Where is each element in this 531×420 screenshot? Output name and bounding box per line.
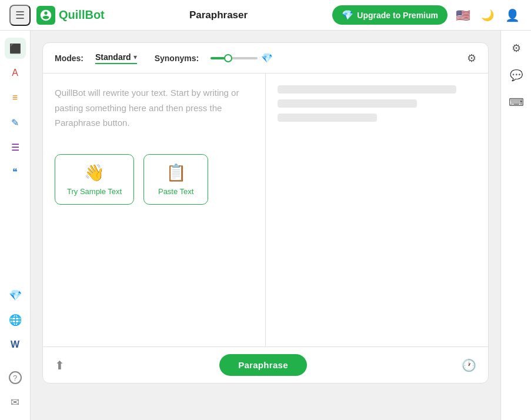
synonyms-label: Synonyms: [155, 54, 199, 63]
logo-text: QuillBot [59, 8, 105, 22]
sidebar-item-premium[interactable]: 💎 [5, 285, 26, 306]
right-sidebar: ⚙ 💬 ⌨ [500, 31, 531, 420]
upload-icon[interactable]: ⬆ [55, 358, 65, 372]
sidebar-item-citations[interactable]: ❝ [5, 161, 26, 182]
sidebar-item-cowriter[interactable]: ✎ [5, 112, 26, 133]
paraphrase-button[interactable]: Paraphrase [219, 354, 307, 376]
page-title: Paraphraser [189, 9, 248, 21]
sample-btn-label: Try Sample Text [67, 187, 122, 196]
settings-button[interactable]: ⚙ [467, 52, 476, 65]
input-placeholder: QuillBot will rewrite your text. Start b… [55, 85, 253, 131]
user-account-button[interactable]: 👤 [503, 6, 522, 25]
synonyms-slider[interactable]: 💎 [211, 52, 273, 64]
main-card: Modes: Standard ▾ Synonyms: 💎 ⚙ [42, 42, 489, 384]
premium-icon: 💎 [9, 289, 22, 302]
upgrade-button[interactable]: 💎 Upgrade to Premium [332, 5, 447, 25]
translator-icon: ☰ [11, 142, 19, 153]
slider-thumb[interactable] [224, 54, 232, 62]
top-navigation: ☰ QuillBot Paraphraser 💎 Upgrade to Prem… [0, 0, 531, 31]
skeleton-line-1 [278, 85, 456, 94]
card-body: QuillBot will rewrite your text. Start b… [43, 74, 488, 346]
mode-value: Standard [95, 52, 131, 62]
settings-icon: ⚙ [512, 42, 521, 55]
premium-slider-icon: 💎 [261, 52, 273, 64]
sidebar-bottom: 💎 🌐 W ? ✉ [5, 285, 26, 413]
input-pane[interactable]: QuillBot will rewrite your text. Start b… [43, 74, 266, 346]
footer-left: ⬆ [55, 358, 65, 372]
clipboard-icon: 📋 [166, 163, 186, 182]
sidebar-item-word[interactable]: W [5, 334, 26, 355]
chat-icon: 💬 [510, 69, 523, 82]
mail-icon: ✉ [11, 396, 19, 409]
logo-area: QuillBot [36, 6, 105, 25]
nav-left: ☰ QuillBot [9, 5, 105, 26]
chrome-icon: 🌐 [9, 314, 22, 326]
wave-hand-icon: 👋 [84, 163, 105, 182]
modes-label: Modes: [55, 54, 84, 63]
sample-buttons: 👋 Try Sample Text 📋 Paste Text [55, 154, 253, 205]
keyboard-icon: ⌨ [509, 96, 524, 109]
sidebar-item-help[interactable]: ? [5, 367, 26, 388]
summarizer-icon: ≡ [12, 92, 18, 103]
paraphraser-icon: ⬛ [9, 43, 21, 54]
main-layout: ⬛ A ≡ ✎ ☰ ❝ 💎 🌐 W [0, 31, 531, 420]
left-sidebar: ⬛ A ≡ ✎ ☰ ❝ 💎 🌐 W [0, 31, 31, 420]
hamburger-button[interactable]: ☰ [9, 5, 31, 26]
sidebar-item-chrome[interactable]: 🌐 [5, 309, 26, 331]
card-footer: ⬆ Paraphrase 🕐 [43, 346, 488, 383]
dark-mode-button[interactable]: 🌙 [478, 6, 497, 25]
output-pane [266, 74, 488, 346]
word-icon: W [11, 339, 19, 350]
paste-btn-label: Paste Text [158, 187, 193, 196]
skeleton-line-2 [278, 99, 417, 108]
right-sidebar-settings[interactable]: ⚙ [506, 38, 527, 59]
skeleton-line-3 [278, 114, 377, 122]
help-icon: ? [9, 371, 22, 384]
cowriter-icon: ✎ [11, 117, 19, 128]
gem-icon: 💎 [342, 9, 353, 21]
sidebar-item-mail[interactable]: ✉ [5, 392, 26, 413]
logo-icon [36, 6, 55, 25]
mode-selector[interactable]: Standard ▾ [95, 52, 137, 64]
slider-track [211, 57, 258, 59]
right-sidebar-chat[interactable]: 💬 [506, 65, 527, 86]
content-area: Modes: Standard ▾ Synonyms: 💎 ⚙ [31, 31, 500, 420]
nav-right: 💎 Upgrade to Premium 🇺🇸 🌙 👤 [332, 5, 522, 25]
try-sample-text-button[interactable]: 👋 Try Sample Text [55, 154, 134, 205]
sidebar-item-grammar[interactable]: A [5, 62, 26, 84]
history-icon[interactable]: 🕐 [462, 358, 476, 372]
chevron-down-icon: ▾ [133, 53, 137, 61]
sidebar-item-paraphraser[interactable]: ⬛ [5, 38, 26, 59]
sidebar-item-translator[interactable]: ☰ [5, 136, 26, 158]
citations-icon: ❝ [12, 166, 18, 178]
paste-text-button[interactable]: 📋 Paste Text [143, 154, 208, 205]
slider-fill [211, 57, 225, 59]
grammar-icon: A [12, 68, 18, 78]
nav-center: Paraphraser [112, 9, 326, 21]
sidebar-item-summarizer[interactable]: ≡ [5, 87, 26, 108]
upgrade-label: Upgrade to Premium [357, 11, 438, 20]
language-flag-button[interactable]: 🇺🇸 [453, 6, 472, 25]
right-sidebar-keyboard[interactable]: ⌨ [506, 92, 527, 113]
card-toolbar: Modes: Standard ▾ Synonyms: 💎 ⚙ [43, 43, 488, 74]
